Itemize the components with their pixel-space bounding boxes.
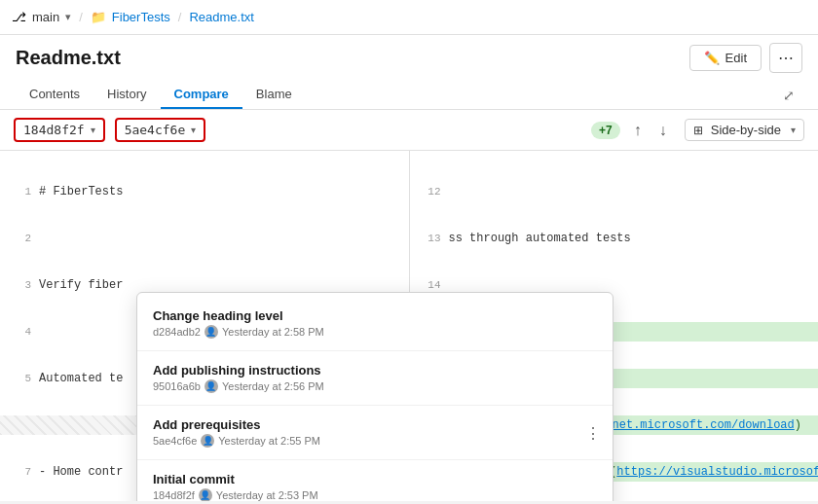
expand-icon[interactable]: ⤢ <box>775 82 802 109</box>
git-branch-icon: ⎇ <box>12 10 26 24</box>
commit-to-hash: 5ae4cf6e <box>125 123 186 137</box>
diff-count: +7 <box>591 122 620 139</box>
dropdown-item-3-more-icon[interactable]: ⋮ <box>585 423 601 442</box>
dropdown-item-1-avatar: 👤 <box>204 325 218 339</box>
dropdown-item-2-hash: 95016a6b <box>153 380 201 392</box>
commit-to-selector[interactable]: 5ae4cf6e ▾ <box>115 118 206 142</box>
code-line-right-12: 12 <box>410 182 819 201</box>
dropdown-item-4[interactable]: Initial commit 184d8f2f 👤 Yesterday at 2… <box>137 462 613 501</box>
branch-chevron: ▾ <box>65 11 71 23</box>
dropdown-item-4-avatar: 👤 <box>199 488 212 501</box>
commit-to-chevron: ▾ <box>191 125 196 135</box>
commit-dropdown: Change heading level d284adb2 👤 Yesterda… <box>136 292 614 501</box>
view-mode-selector[interactable]: ⊞ Side-by-side ▾ <box>685 119 804 141</box>
edit-pencil-icon: ✏️ <box>704 51 720 65</box>
dropdown-item-4-hash: 184d8f2f <box>153 489 195 501</box>
commit-from-chevron: ▾ <box>91 125 95 135</box>
tab-contents[interactable]: Contents <box>16 81 93 109</box>
view-mode-grid-icon: ⊞ <box>693 124 703 137</box>
separator2: / <box>178 10 182 24</box>
content-area: 184d8f2f ▾ 5ae4cf6e ▾ +7 ↑ ↓ ⊞ Side-by-s… <box>0 110 818 501</box>
divider-3 <box>137 459 613 460</box>
folder-icon: 📁 <box>91 10 106 24</box>
dropdown-item-1-title: Change heading level <box>153 308 597 323</box>
page-header: Readme.txt ✏️ Edit ⋯ Contents History Co… <box>0 35 818 110</box>
dropdown-item-3[interactable]: Add prerequisites 5ae4cf6e 👤 Yesterday a… <box>137 408 613 457</box>
divider-2 <box>137 405 613 406</box>
repo-link[interactable]: FiberTests <box>112 10 170 24</box>
edit-button[interactable]: ✏️ Edit <box>689 45 762 71</box>
nav-up-button[interactable]: ↑ <box>630 120 646 141</box>
dropdown-item-3-meta: 5ae4cf6e 👤 Yesterday at 2:55 PM <box>153 434 597 448</box>
branch-name[interactable]: main <box>32 10 59 24</box>
divider-1 <box>137 350 613 351</box>
tab-blame[interactable]: Blame <box>242 81 306 109</box>
tab-history[interactable]: History <box>93 81 160 109</box>
tabs: Contents History Compare Blame <box>16 81 775 109</box>
code-line-left-1: 1 # FiberTests <box>0 182 409 201</box>
page-actions: ✏️ Edit ⋯ <box>689 43 802 73</box>
code-line-left-2: 2 <box>0 229 409 248</box>
dropdown-item-1-hash: d284adb2 <box>153 326 201 338</box>
dropdown-item-3-time: Yesterday at 2:55 PM <box>218 435 320 447</box>
dropdown-item-4-time: Yesterday at 2:53 PM <box>216 489 318 501</box>
toolbar: 184d8f2f ▾ 5ae4cf6e ▾ +7 ↑ ↓ ⊞ Side-by-s… <box>0 110 818 151</box>
page-title: Readme.txt <box>16 47 121 69</box>
more-button[interactable]: ⋯ <box>769 43 802 73</box>
dropdown-item-3-hash: 5ae4cf6e <box>153 435 197 447</box>
dropdown-item-4-title: Initial commit <box>153 472 597 486</box>
commit-from-hash: 184d8f2f <box>23 123 85 137</box>
dropdown-item-1-meta: d284adb2 👤 Yesterday at 2:58 PM <box>153 325 597 339</box>
edit-label: Edit <box>725 51 747 65</box>
tab-compare[interactable]: Compare <box>161 81 242 109</box>
dropdown-item-2-time: Yesterday at 2:56 PM <box>222 380 324 392</box>
more-icon: ⋯ <box>778 50 794 66</box>
dropdown-item-1[interactable]: Change heading level d284adb2 👤 Yesterda… <box>137 299 613 348</box>
file-link[interactable]: Readme.txt <box>189 10 253 24</box>
commit-from-selector[interactable]: 184d8f2f ▾ <box>14 118 105 142</box>
nav-down-button[interactable]: ↓ <box>655 120 671 141</box>
dropdown-item-2[interactable]: Add publishing instructions 95016a6b 👤 Y… <box>137 353 613 403</box>
dropdown-item-2-avatar: 👤 <box>204 379 218 393</box>
topbar: ⎇ main ▾ / 📁 FiberTests / Readme.txt <box>0 0 818 35</box>
dropdown-item-3-avatar: 👤 <box>201 434 214 448</box>
dropdown-item-3-title: Add prerequisites <box>153 417 597 432</box>
dropdown-item-2-meta: 95016a6b 👤 Yesterday at 2:56 PM <box>153 379 597 393</box>
dropdown-item-4-meta: 184d8f2f 👤 Yesterday at 2:53 PM <box>153 488 597 501</box>
diff-container: 1 # FiberTests 2 3 Verify fiber 4 5 <box>0 151 818 501</box>
separator1: / <box>79 10 83 24</box>
view-mode-chevron: ▾ <box>791 125 796 135</box>
dropdown-item-1-time: Yesterday at 2:58 PM <box>222 326 324 338</box>
code-line-right-13: 13 ss through automated tests <box>410 229 819 248</box>
dropdown-item-2-title: Add publishing instructions <box>153 363 597 378</box>
view-mode-label: Side-by-side <box>711 123 781 137</box>
